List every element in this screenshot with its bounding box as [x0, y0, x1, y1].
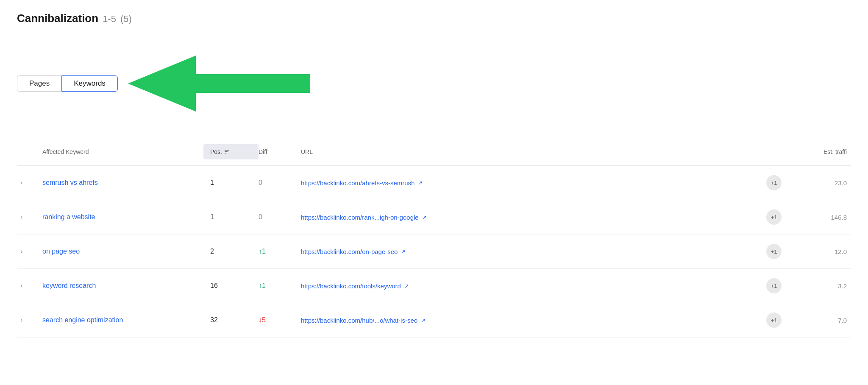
- plus-badge[interactable]: +1: [766, 175, 782, 190]
- col-url-header: URL: [301, 148, 766, 155]
- title-row: Cannibalization 1-5 (5): [17, 12, 851, 25]
- diff-cell: ↑1: [259, 282, 301, 290]
- external-link-icon[interactable]: ↗: [421, 317, 426, 324]
- diff-value: 0: [259, 213, 262, 220]
- plus-cell: +1: [766, 278, 800, 293]
- keyword-cell: keyword research: [42, 282, 203, 290]
- keyword-cell: ranking a website: [42, 213, 203, 221]
- green-arrow-icon: [128, 37, 314, 130]
- url-cell: https://backlinko.com/hub/...o/what-is-s…: [301, 317, 766, 324]
- plus-cell: +1: [766, 244, 800, 259]
- diff-value-up: ↑1: [259, 282, 266, 289]
- external-link-icon[interactable]: ↗: [401, 248, 406, 255]
- table-row: › semrush vs ahrefs 1 0 https://backlink…: [17, 166, 851, 200]
- pos-cell: 32: [203, 316, 259, 324]
- svg-rect-0: [196, 74, 310, 93]
- tab-buttons: Pages Keywords: [17, 75, 118, 92]
- col-pos-header[interactable]: Pos.: [203, 144, 259, 159]
- svg-marker-1: [128, 56, 196, 112]
- expand-button[interactable]: ›: [17, 246, 26, 257]
- col-keyword-header: Affected Keyword: [42, 148, 203, 155]
- plus-cell: +1: [766, 209, 800, 225]
- expand-button[interactable]: ›: [17, 177, 26, 188]
- expand-button[interactable]: ›: [17, 280, 26, 291]
- url-cell: https://backlinko.com/rank...igh-on-goog…: [301, 214, 766, 221]
- table-body: › semrush vs ahrefs 1 0 https://backlink…: [17, 166, 851, 338]
- diff-cell: ↓5: [259, 316, 301, 324]
- expand-button[interactable]: ›: [17, 315, 26, 326]
- keyword-link[interactable]: on page seo: [42, 248, 80, 255]
- url-link[interactable]: https://backlinko.com/on-page-seo: [301, 248, 398, 255]
- diff-cell: ↑1: [259, 248, 301, 255]
- keyword-link[interactable]: keyword research: [42, 282, 96, 289]
- table-header: Affected Keyword Pos. Diff URL Est. traf…: [17, 138, 851, 166]
- tab-pages[interactable]: Pages: [17, 75, 61, 92]
- table-row: › keyword research 16 ↑1 https://backlin…: [17, 269, 851, 303]
- url-link[interactable]: https://backlinko.com/rank...igh-on-goog…: [301, 214, 419, 221]
- plus-badge[interactable]: +1: [766, 209, 782, 225]
- expand-cell: ›: [17, 315, 42, 326]
- traffic-cell: 146.8: [800, 214, 851, 221]
- traffic-cell: 7.0: [800, 317, 851, 324]
- url-link[interactable]: https://backlinko.com/tools/keyword: [301, 282, 401, 290]
- title-range: 1-5: [103, 14, 116, 25]
- pos-label: Pos.: [210, 148, 222, 155]
- traffic-cell: 12.0: [800, 248, 851, 255]
- table-row: › on page seo 2 ↑1 https://backlinko.com…: [17, 234, 851, 269]
- diff-cell: 0: [259, 213, 301, 221]
- expand-cell: ›: [17, 246, 42, 257]
- pos-cell: 16: [203, 282, 259, 290]
- table-section: Affected Keyword Pos. Diff URL Est. traf…: [0, 138, 868, 338]
- keyword-link[interactable]: semrush vs ahrefs: [42, 179, 98, 186]
- col-diff-header: Diff: [259, 148, 301, 155]
- keyword-link[interactable]: ranking a website: [42, 213, 95, 220]
- col-traffic-header: Est. traffi: [800, 148, 851, 155]
- keyword-cell: on page seo: [42, 248, 203, 255]
- external-link-icon[interactable]: ↗: [418, 180, 423, 186]
- keyword-cell: search engine optimization: [42, 316, 203, 324]
- plus-badge[interactable]: +1: [766, 278, 782, 293]
- arrow-wrapper: [128, 37, 314, 130]
- diff-value-up: ↑1: [259, 248, 266, 255]
- expand-cell: ›: [17, 280, 42, 291]
- expand-cell: ›: [17, 177, 42, 188]
- url-cell: https://backlinko.com/on-page-seo ↗: [301, 248, 766, 255]
- table-row: › search engine optimization 32 ↓5 https…: [17, 303, 851, 338]
- plus-badge[interactable]: +1: [766, 312, 782, 328]
- url-cell: https://backlinko.com/tools/keyword ↗: [301, 282, 766, 290]
- sort-icon: [225, 150, 229, 154]
- title-count: (5): [120, 14, 132, 25]
- page-title: Cannibalization: [17, 12, 98, 25]
- traffic-cell: 23.0: [800, 179, 851, 187]
- plus-cell: +1: [766, 312, 800, 328]
- diff-cell: 0: [259, 179, 301, 187]
- diff-value: 0: [259, 179, 262, 186]
- plus-cell: +1: [766, 175, 800, 190]
- table-row: › ranking a website 1 0 https://backlink…: [17, 200, 851, 234]
- traffic-cell: 3.2: [800, 282, 851, 290]
- plus-badge[interactable]: +1: [766, 244, 782, 259]
- expand-button[interactable]: ›: [17, 212, 26, 223]
- keyword-cell: semrush vs ahrefs: [42, 179, 203, 187]
- header-section: Cannibalization 1-5 (5) Pages Keywords: [0, 0, 868, 138]
- tabs-arrow-row: Pages Keywords: [17, 37, 851, 130]
- url-link[interactable]: https://backlinko.com/hub/...o/what-is-s…: [301, 317, 417, 324]
- tab-keywords[interactable]: Keywords: [61, 75, 118, 92]
- external-link-icon[interactable]: ↗: [422, 214, 427, 220]
- url-link[interactable]: https://backlinko.com/ahrefs-vs-semrush: [301, 179, 415, 187]
- pos-cell: 1: [203, 213, 259, 221]
- pos-cell: 2: [203, 248, 259, 255]
- external-link-icon[interactable]: ↗: [404, 283, 409, 289]
- url-cell: https://backlinko.com/ahrefs-vs-semrush …: [301, 179, 766, 187]
- keyword-link[interactable]: search engine optimization: [42, 316, 123, 324]
- expand-cell: ›: [17, 212, 42, 223]
- diff-value-down: ↓5: [259, 316, 266, 324]
- pos-cell: 1: [203, 179, 259, 187]
